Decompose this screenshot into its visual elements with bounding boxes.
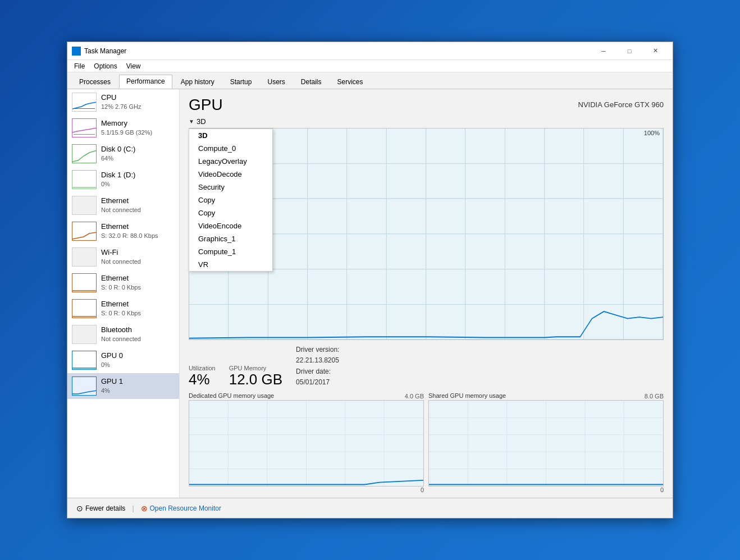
disk0-stats: 64% <box>101 154 175 162</box>
sidebar-item-memory[interactable]: Memory 5.1/15.9 GB (32%) <box>67 115 179 141</box>
sidebar-item-disk0[interactable]: Disk 0 (C:) 64% <box>67 141 179 167</box>
bt-label: Bluetooth <box>101 325 175 335</box>
sidebar-item-gpu1[interactable]: GPU 1 4% <box>67 373 179 399</box>
close-button[interactable]: ✕ <box>642 42 668 60</box>
sidebar-item-eth-nc[interactable]: Ethernet Not connected <box>67 192 179 218</box>
sidebar-item-gpu0[interactable]: GPU 0 0% <box>67 347 179 373</box>
cpu-thumbnail <box>72 93 97 112</box>
driver-version-label: Driver version:22.21.13.8205 <box>296 345 339 366</box>
dropdown-item-copy2[interactable]: Copy <box>189 206 272 219</box>
tab-bar: Processes Performance App history Startu… <box>67 72 673 89</box>
sidebar-item-eth-active[interactable]: Ethernet S: 32.0 R: 88.0 Kbps <box>67 218 179 244</box>
tab-services[interactable]: Services <box>330 75 371 89</box>
minimize-button[interactable]: ─ <box>591 42 616 60</box>
shared-chart <box>428 400 664 486</box>
dropdown-menu: 3D Compute_0 LegacyOverlay VideoDecode S… <box>189 128 273 272</box>
utilization-value: 4% <box>189 371 216 388</box>
tab-app-history[interactable]: App history <box>173 75 222 89</box>
eth-active-stats: S: 32.0 R: 88.0 Kbps <box>101 232 175 240</box>
menu-view[interactable]: View <box>122 61 145 71</box>
dropdown-trigger[interactable]: ▼ 3D <box>189 117 664 126</box>
gpu1-stats: 4% <box>101 387 175 394</box>
shared-label: Shared GPU memory usage <box>428 392 506 399</box>
fewer-details-label: Fewer details <box>85 504 125 512</box>
menu-bar: File Options View <box>67 60 673 72</box>
dropdown-item-vr[interactable]: VR <box>189 258 272 271</box>
gpu1-label: GPU 1 <box>101 377 175 387</box>
memory-stats: 5.1/15.9 GB (32%) <box>101 128 175 136</box>
eth2-label: Ethernet <box>101 274 175 283</box>
dropdown-item-compute1[interactable]: Compute_1 <box>189 245 272 258</box>
tab-details[interactable]: Details <box>294 75 329 89</box>
eth-nc-thumbnail <box>72 196 97 215</box>
menu-file[interactable]: File <box>70 61 89 71</box>
bt-stats: Not connected <box>101 335 175 343</box>
wifi-thumbnail <box>72 247 97 267</box>
dropdown-item-graphics1[interactable]: Graphics_1 <box>189 232 272 245</box>
dedicated-chart-svg <box>189 401 423 486</box>
right-panel: GPU NVIDIA GeForce GTX 960 ▼ 3D 3D Compu… <box>180 89 673 498</box>
eth2-thumbnail <box>72 273 97 292</box>
sidebar-item-eth2[interactable]: Ethernet S: 0 R: 0 Kbps <box>67 270 179 296</box>
disk0-thumbnail <box>72 144 97 163</box>
dropdown-item-3d[interactable]: 3D <box>189 129 272 142</box>
dropdown-item-videoencode[interactable]: VideoEncode <box>189 219 272 232</box>
svg-rect-1 <box>77 48 80 51</box>
dropdown-item-compute0[interactable]: Compute_0 <box>189 142 272 155</box>
window-title: Task Manager <box>84 47 591 55</box>
dropdown-container: ▼ 3D 3D Compute_0 LegacyOverlay VideoDec… <box>189 117 664 126</box>
bottom-charts: Dedicated GPU memory usage 4.0 GB <box>189 392 664 493</box>
tab-performance[interactable]: Performance <box>119 75 172 89</box>
app-icon <box>72 47 81 56</box>
sidebar: CPU 12% 2.76 GHz Memory 5.1/15.9 GB (32%… <box>67 89 180 498</box>
eth-active-label: Ethernet <box>101 222 175 232</box>
disk1-thumbnail <box>72 170 97 189</box>
sidebar-item-cpu[interactable]: CPU 12% 2.76 GHz <box>67 89 179 115</box>
driver-version: 22.21.13.8205 <box>296 356 339 364</box>
dedicated-max: 4.0 GB <box>405 393 424 400</box>
eth3-label: Ethernet <box>101 300 175 309</box>
resource-monitor-icon: ⊗ <box>141 504 148 513</box>
dropdown-item-security[interactable]: Security <box>189 181 272 194</box>
dedicated-zero: 0 <box>189 486 424 493</box>
menu-options[interactable]: Options <box>89 61 121 71</box>
dedicated-label: Dedicated GPU memory usage <box>189 392 274 399</box>
dropdown-item-videodecode[interactable]: VideoDecode <box>189 168 272 181</box>
memory-group: GPU Memory 12.0 GB <box>229 365 282 388</box>
driver-date: 05/01/2017 <box>296 378 330 386</box>
shared-max: 8.0 GB <box>645 393 664 400</box>
fewer-details-button[interactable]: ⊙ Fewer details <box>76 504 125 513</box>
sidebar-item-eth3[interactable]: Ethernet S: 0 R: 0 Kbps <box>67 296 179 322</box>
eth-active-thumbnail <box>72 222 97 241</box>
dropdown-item-legacyoverlay[interactable]: LegacyOverlay <box>189 155 272 168</box>
svg-rect-3 <box>77 52 80 54</box>
svg-rect-2 <box>73 52 76 54</box>
tab-processes[interactable]: Processes <box>72 75 118 89</box>
eth3-thumbnail <box>72 299 97 318</box>
eth3-stats: S: 0 R: 0 Kbps <box>101 309 175 317</box>
driver-info: Driver version:22.21.13.8205 Driver date… <box>296 345 339 388</box>
shared-chart-svg <box>429 401 663 486</box>
gpu0-thumbnail <box>72 351 97 370</box>
wifi-label: Wi-Fi <box>101 248 175 258</box>
svg-rect-0 <box>73 48 76 51</box>
eth-nc-stats: Not connected <box>101 206 175 214</box>
dropdown-current-value: 3D <box>197 117 206 126</box>
driver-date-label: Driver date:05/01/2017 <box>296 366 339 388</box>
sidebar-item-bt[interactable]: Bluetooth Not connected <box>67 322 179 347</box>
disk1-label: Disk 1 (D:) <box>101 171 175 180</box>
eth2-stats: S: 0 R: 0 Kbps <box>101 283 175 291</box>
tab-startup[interactable]: Startup <box>223 75 259 89</box>
dropdown-item-copy1[interactable]: Copy <box>189 194 272 206</box>
tab-users[interactable]: Users <box>260 75 292 89</box>
maximize-button[interactable]: □ <box>616 42 642 60</box>
sidebar-item-wifi[interactable]: Wi-Fi Not connected <box>67 244 179 270</box>
stats-row: Utilization 4% GPU Memory 12.0 GB Driver… <box>189 345 664 388</box>
task-manager-window: Task Manager ─ □ ✕ File Options View Pro… <box>67 42 673 518</box>
utilization-group: Utilization 4% <box>189 365 216 388</box>
open-resource-monitor-link[interactable]: ⊗ Open Resource Monitor <box>141 504 221 513</box>
fewer-details-icon: ⊙ <box>76 504 83 513</box>
cpu-stats: 12% 2.76 GHz <box>101 103 175 111</box>
bt-thumbnail <box>72 325 97 344</box>
sidebar-item-disk1[interactable]: Disk 1 (D:) 0% <box>67 167 179 192</box>
